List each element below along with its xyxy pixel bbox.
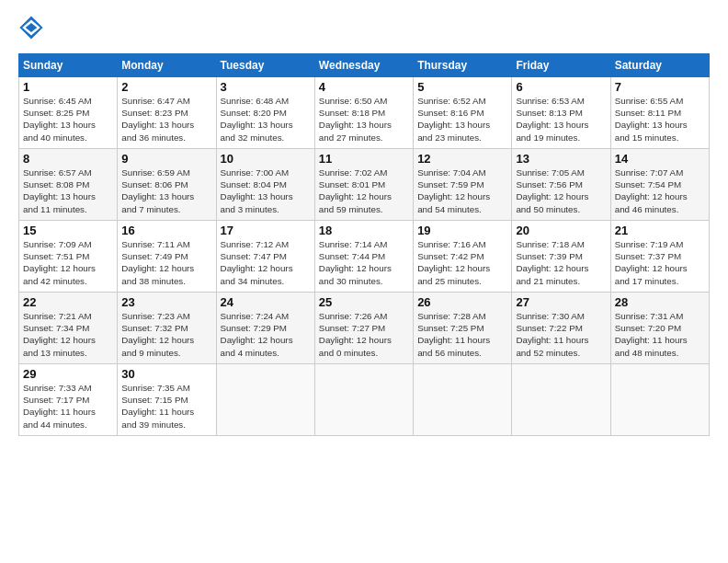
day-header-wednesday: Wednesday xyxy=(314,54,413,77)
calendar-cell xyxy=(610,364,709,436)
calendar-header-row: SundayMondayTuesdayWednesdayThursdayFrid… xyxy=(19,54,710,77)
calendar-cell: 22Sunrise: 7:21 AM Sunset: 7:34 PM Dayli… xyxy=(19,293,118,364)
day-header-tuesday: Tuesday xyxy=(216,54,314,77)
day-number: 7 xyxy=(615,80,705,94)
calendar-cell: 27Sunrise: 7:30 AM Sunset: 7:22 PM Dayli… xyxy=(512,293,610,364)
day-number: 28 xyxy=(615,295,705,309)
calendar-cell xyxy=(314,364,413,436)
day-info: Sunrise: 7:23 AM Sunset: 7:32 PM Dayligh… xyxy=(121,310,211,359)
calendar-cell: 21Sunrise: 7:19 AM Sunset: 7:37 PM Dayli… xyxy=(610,221,709,293)
calendar-cell: 28Sunrise: 7:31 AM Sunset: 7:20 PM Dayli… xyxy=(610,293,709,364)
day-info: Sunrise: 6:45 AM Sunset: 8:25 PM Dayligh… xyxy=(23,95,113,144)
day-header-sunday: Sunday xyxy=(19,54,118,77)
day-number: 22 xyxy=(23,295,113,309)
day-info: Sunrise: 7:04 AM Sunset: 7:59 PM Dayligh… xyxy=(417,167,507,215)
day-number: 23 xyxy=(121,295,211,309)
day-info: Sunrise: 6:53 AM Sunset: 8:13 PM Dayligh… xyxy=(516,95,606,144)
day-info: Sunrise: 7:24 AM Sunset: 7:29 PM Dayligh… xyxy=(221,310,311,359)
day-number: 12 xyxy=(417,152,507,166)
calendar-cell: 18Sunrise: 7:14 AM Sunset: 7:44 PM Dayli… xyxy=(314,221,413,293)
calendar-cell: 17Sunrise: 7:12 AM Sunset: 7:47 PM Dayli… xyxy=(216,221,314,293)
day-number: 8 xyxy=(23,152,113,166)
calendar-cell xyxy=(216,364,314,436)
day-header-friday: Friday xyxy=(512,54,610,77)
calendar-cell: 23Sunrise: 7:23 AM Sunset: 7:32 PM Dayli… xyxy=(118,293,216,364)
day-info: Sunrise: 7:18 AM Sunset: 7:39 PM Dayligh… xyxy=(516,238,606,287)
week-row-2: 8Sunrise: 6:57 AM Sunset: 8:08 PM Daylig… xyxy=(19,149,710,221)
day-info: Sunrise: 6:57 AM Sunset: 8:08 PM Dayligh… xyxy=(23,167,113,215)
day-number: 25 xyxy=(319,295,409,309)
day-number: 9 xyxy=(121,152,211,166)
header xyxy=(18,15,710,46)
day-number: 30 xyxy=(121,367,211,381)
week-row-5: 29Sunrise: 7:33 AM Sunset: 7:17 PM Dayli… xyxy=(19,364,710,436)
day-info: Sunrise: 7:12 AM Sunset: 7:47 PM Dayligh… xyxy=(221,238,311,287)
calendar-cell: 15Sunrise: 7:09 AM Sunset: 7:51 PM Dayli… xyxy=(19,221,118,293)
calendar-cell: 3Sunrise: 6:48 AM Sunset: 8:20 PM Daylig… xyxy=(216,77,314,149)
calendar-cell: 5Sunrise: 6:52 AM Sunset: 8:16 PM Daylig… xyxy=(414,77,512,149)
day-number: 29 xyxy=(23,367,113,381)
day-number: 21 xyxy=(615,224,705,237)
day-info: Sunrise: 6:48 AM Sunset: 8:20 PM Dayligh… xyxy=(221,95,311,144)
day-number: 5 xyxy=(417,80,507,94)
day-info: Sunrise: 7:16 AM Sunset: 7:42 PM Dayligh… xyxy=(417,238,507,287)
day-info: Sunrise: 7:07 AM Sunset: 7:54 PM Dayligh… xyxy=(615,167,705,215)
day-info: Sunrise: 7:26 AM Sunset: 7:27 PM Dayligh… xyxy=(319,310,409,359)
day-info: Sunrise: 7:19 AM Sunset: 7:37 PM Dayligh… xyxy=(615,238,705,287)
calendar-cell: 6Sunrise: 6:53 AM Sunset: 8:13 PM Daylig… xyxy=(512,77,610,149)
day-number: 19 xyxy=(417,224,507,237)
day-header-saturday: Saturday xyxy=(610,54,709,77)
day-number: 14 xyxy=(615,152,705,166)
day-info: Sunrise: 6:50 AM Sunset: 8:18 PM Dayligh… xyxy=(319,95,409,144)
calendar-cell: 9Sunrise: 6:59 AM Sunset: 8:06 PM Daylig… xyxy=(118,149,216,221)
day-number: 1 xyxy=(23,80,113,94)
day-header-monday: Monday xyxy=(118,54,216,77)
day-info: Sunrise: 7:14 AM Sunset: 7:44 PM Dayligh… xyxy=(319,238,409,287)
calendar-page: SundayMondayTuesdayWednesdayThursdayFrid… xyxy=(0,0,728,445)
day-info: Sunrise: 7:21 AM Sunset: 7:34 PM Dayligh… xyxy=(23,310,113,359)
calendar-cell: 19Sunrise: 7:16 AM Sunset: 7:42 PM Dayli… xyxy=(414,221,512,293)
day-info: Sunrise: 7:31 AM Sunset: 7:20 PM Dayligh… xyxy=(615,310,705,359)
day-number: 16 xyxy=(121,224,211,237)
day-info: Sunrise: 6:47 AM Sunset: 8:23 PM Dayligh… xyxy=(121,95,211,144)
day-number: 10 xyxy=(221,152,311,166)
calendar-cell: 7Sunrise: 6:55 AM Sunset: 8:11 PM Daylig… xyxy=(610,77,709,149)
calendar-cell: 25Sunrise: 7:26 AM Sunset: 7:27 PM Dayli… xyxy=(314,293,413,364)
calendar-cell: 10Sunrise: 7:00 AM Sunset: 8:04 PM Dayli… xyxy=(216,149,314,221)
day-number: 11 xyxy=(319,152,409,166)
calendar-cell: 8Sunrise: 6:57 AM Sunset: 8:08 PM Daylig… xyxy=(19,149,118,221)
day-info: Sunrise: 7:00 AM Sunset: 8:04 PM Dayligh… xyxy=(221,167,311,215)
day-number: 13 xyxy=(516,152,606,166)
day-info: Sunrise: 7:02 AM Sunset: 8:01 PM Dayligh… xyxy=(319,167,409,215)
calendar-cell: 13Sunrise: 7:05 AM Sunset: 7:56 PM Dayli… xyxy=(512,149,610,221)
calendar-body: 1Sunrise: 6:45 AM Sunset: 8:25 PM Daylig… xyxy=(19,77,710,436)
day-info: Sunrise: 6:55 AM Sunset: 8:11 PM Dayligh… xyxy=(615,95,705,144)
day-number: 26 xyxy=(417,295,507,309)
calendar-cell xyxy=(512,364,610,436)
calendar-cell xyxy=(414,364,512,436)
week-row-4: 22Sunrise: 7:21 AM Sunset: 7:34 PM Dayli… xyxy=(19,293,710,364)
day-info: Sunrise: 7:28 AM Sunset: 7:25 PM Dayligh… xyxy=(417,310,507,359)
day-info: Sunrise: 7:35 AM Sunset: 7:15 PM Dayligh… xyxy=(121,382,211,431)
day-info: Sunrise: 7:05 AM Sunset: 7:56 PM Dayligh… xyxy=(516,167,606,215)
day-number: 4 xyxy=(319,80,409,94)
day-number: 18 xyxy=(319,224,409,237)
day-header-thursday: Thursday xyxy=(414,54,512,77)
day-info: Sunrise: 7:09 AM Sunset: 7:51 PM Dayligh… xyxy=(23,238,113,287)
day-number: 27 xyxy=(516,295,606,309)
week-row-1: 1Sunrise: 6:45 AM Sunset: 8:25 PM Daylig… xyxy=(19,77,710,149)
calendar-cell: 24Sunrise: 7:24 AM Sunset: 7:29 PM Dayli… xyxy=(216,293,314,364)
calendar-cell: 16Sunrise: 7:11 AM Sunset: 7:49 PM Dayli… xyxy=(118,221,216,293)
calendar-cell: 30Sunrise: 7:35 AM Sunset: 7:15 PM Dayli… xyxy=(118,364,216,436)
calendar-cell: 1Sunrise: 6:45 AM Sunset: 8:25 PM Daylig… xyxy=(19,77,118,149)
calendar-cell: 20Sunrise: 7:18 AM Sunset: 7:39 PM Dayli… xyxy=(512,221,610,293)
day-number: 6 xyxy=(516,80,606,94)
calendar-cell: 29Sunrise: 7:33 AM Sunset: 7:17 PM Dayli… xyxy=(19,364,118,436)
day-number: 3 xyxy=(221,80,311,94)
day-number: 17 xyxy=(221,224,311,237)
day-info: Sunrise: 7:30 AM Sunset: 7:22 PM Dayligh… xyxy=(516,310,606,359)
day-info: Sunrise: 6:59 AM Sunset: 8:06 PM Dayligh… xyxy=(121,167,211,215)
day-number: 20 xyxy=(516,224,606,237)
calendar-table: SundayMondayTuesdayWednesdayThursdayFrid… xyxy=(18,53,710,436)
day-number: 2 xyxy=(121,80,211,94)
